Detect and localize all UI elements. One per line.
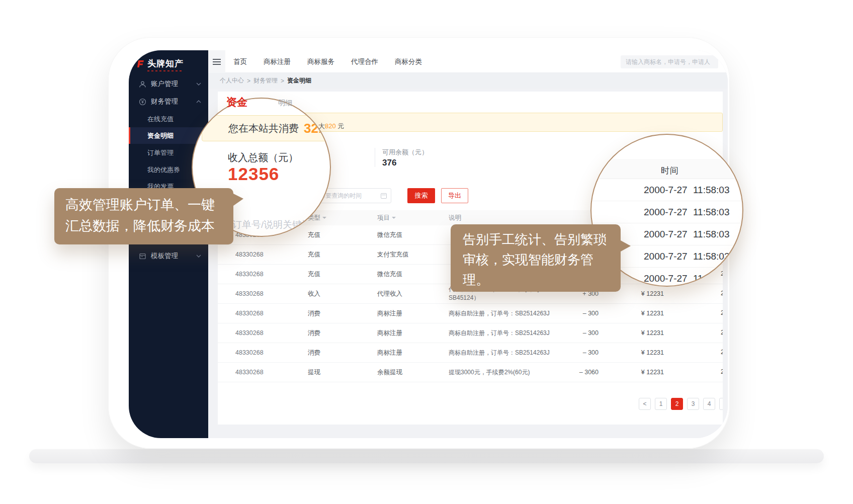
cell-balance: ¥ 12231: [599, 369, 664, 376]
chevron-down-icon: [196, 82, 201, 86]
cell-type: 充值: [308, 270, 377, 279]
marketing-screenshot: 头牌知产 账户管理 财务管理: [0, 0, 853, 504]
sidebar-item-account[interactable]: 账户管理: [129, 75, 208, 93]
cell-order: 48330268: [235, 310, 308, 317]
cell-time: 2000-7-27 11:58:03: [721, 368, 723, 375]
cell-time: 2000-7-27 11:58:03: [721, 270, 723, 277]
cell-type: 消费: [308, 349, 377, 357]
brand-tagline-decor: [147, 70, 183, 71]
callout-right: 告别手工统计、告别繁琐审核，实现智能财务管理。: [451, 224, 621, 292]
sidebar-item-label: 订单管理: [147, 148, 174, 157]
sidebar-item-finance[interactable]: 财务管理: [129, 93, 208, 110]
breadcrumb-home[interactable]: 个人中心: [220, 76, 244, 85]
lens-income-value: 12356: [228, 164, 279, 184]
menu-toggle-button[interactable]: [208, 50, 225, 73]
lens-banner: 您在本站共消费 32124: [202, 115, 331, 141]
cell-type: 收入: [308, 290, 377, 298]
cell-order: 48330268: [235, 251, 308, 258]
cell-type: 充值: [308, 250, 377, 259]
prev-page-button[interactable]: <: [639, 398, 651, 410]
page-button-1[interactable]: 1: [655, 398, 667, 410]
cell-order: 48330268: [235, 349, 308, 356]
nav-item-trademark-service[interactable]: 商标服务: [307, 57, 334, 66]
cell-amount: – 3060: [567, 369, 599, 376]
hamburger-icon: [213, 59, 221, 65]
cell-time: 2000-7-27 11:58:03: [721, 309, 723, 316]
page-button-4[interactable]: 4: [703, 398, 715, 410]
cell-balance: ¥ 12231: [599, 329, 664, 337]
col-project[interactable]: 项目: [377, 214, 449, 222]
cell-project: 支付宝充值: [377, 250, 449, 259]
cell-balance: ¥ 12231: [599, 310, 664, 317]
cell-order: 48330268: [235, 329, 308, 337]
cell-desc: 商标自助注册，订单号：SB2514263J: [449, 309, 567, 318]
calendar-icon[interactable]: [381, 193, 387, 199]
cell-desc: 提现3000元，手续费2%(60元): [449, 368, 567, 377]
cell-desc: 商标自助注册，订单号：SB2514263J: [449, 329, 567, 338]
chevron-up-icon: [196, 100, 201, 103]
brand-name: 头牌知产: [147, 58, 184, 69]
cell-order: 48330268: [235, 290, 308, 297]
sidebar-item-label: 我的优惠券: [147, 165, 180, 175]
lens-banner-prefix: 您在本站共消费: [228, 122, 299, 135]
cell-project: 商标注册: [377, 309, 449, 318]
sidebar-item-label: 在线充值: [147, 115, 174, 124]
sidebar-item-label: 财务管理: [151, 97, 196, 106]
cell-project: 商标注册: [377, 349, 449, 357]
table-row: 48330268 消费 商标注册 商标自助注册，订单号：SB2514263J –…: [218, 304, 723, 323]
top-nav-menu: 首页 商标注册 商标服务 代理合作 商标分类: [233, 50, 422, 73]
search-input[interactable]: [621, 55, 718, 68]
page-button-5[interactable]: 5: [719, 398, 723, 410]
balance-stat-value: 376: [382, 158, 396, 168]
chevron-down-icon: [196, 255, 201, 258]
table-row: 48330268 消费 商标注册 商标自助注册，订单号：SB2514263J –…: [218, 343, 723, 363]
cell-time: 2000-7-27 11:58:03: [721, 290, 723, 297]
col-desc: 说明: [449, 214, 567, 222]
cell-project: 微信充值: [377, 231, 449, 239]
cell-project: 微信充值: [377, 270, 449, 279]
callout-left: 高效管理账户订单、一键汇总数据，降低财务成本: [54, 188, 233, 244]
nav-item-trademark-class[interactable]: 商标分类: [395, 57, 422, 66]
sort-caret-icon: [322, 217, 326, 219]
lens-time-header: 时间: [661, 165, 679, 177]
export-button[interactable]: 导出: [441, 188, 468, 203]
cell-order: 48330268: [235, 369, 308, 376]
cell-type: 提现: [308, 368, 377, 377]
breadcrumb-current: 资金明细: [287, 76, 311, 85]
col-type[interactable]: 类型: [308, 214, 377, 222]
sort-caret-icon: [392, 217, 396, 219]
sidebar-item-label: 模板管理: [151, 251, 196, 261]
top-navbar: 首页 商标注册 商标服务 代理合作 商标分类: [208, 50, 728, 73]
breadcrumb: 个人中心 > 财务管理 > 资金明细: [208, 73, 728, 89]
cell-desc: 商标自助注册，订单号：SB2514263J: [449, 349, 567, 357]
breadcrumb-separator: >: [281, 77, 284, 85]
sidebar-item-label: 资金明细: [147, 131, 174, 140]
page-button-3[interactable]: 3: [687, 398, 699, 410]
page-button-2-active[interactable]: 2: [671, 398, 683, 410]
cell-project: 余额提现: [377, 368, 449, 377]
cell-amount: – 300: [567, 349, 599, 356]
lens-time-row: 2000-7-27 11:58:03: [591, 201, 742, 223]
cell-balance: ¥ 12231: [599, 349, 664, 356]
lens-time-row: 2000-7-27 11:58:03: [591, 179, 742, 201]
nav-item-trademark-register[interactable]: 商标注册: [264, 57, 291, 66]
table-row: 48330268 提现 余额提现 提现3000元，手续费2%(60元) – 30…: [218, 363, 723, 382]
cell-order: 48330268: [235, 271, 308, 278]
balance-stat-label: 可用余额（元）: [382, 148, 428, 157]
sidebar-item-template[interactable]: 模板管理: [129, 247, 208, 265]
nav-item-agency[interactable]: 代理合作: [351, 57, 378, 66]
breadcrumb-section[interactable]: 财务管理: [253, 76, 278, 85]
nav-item-home[interactable]: 首页: [233, 57, 247, 66]
stat-divider: [375, 148, 375, 167]
tab-fund-detail-fragment[interactable]: 资金: [226, 95, 247, 109]
sidebar-item-online-recharge[interactable]: 在线充值: [129, 111, 208, 127]
cell-project: 商标注册: [377, 329, 449, 338]
search-button[interactable]: 搜索: [407, 188, 435, 203]
breadcrumb-separator: >: [247, 77, 250, 85]
tab-secondary-fragment[interactable]: 明细: [278, 99, 292, 108]
cell-type: 消费: [308, 309, 377, 318]
finance-icon: [139, 98, 146, 106]
laptop-base: [29, 449, 824, 463]
cell-amount: – 300: [567, 310, 599, 317]
pagination: < 1 2 3 4 5 >: [639, 398, 723, 410]
